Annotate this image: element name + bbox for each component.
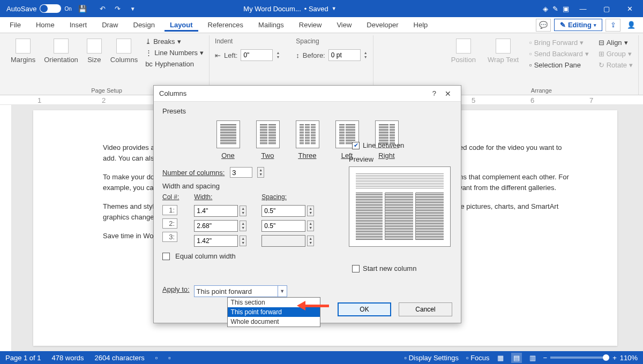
preset-three[interactable]: Three bbox=[296, 120, 319, 160]
columns-button[interactable]: Columns bbox=[109, 37, 139, 65]
col-header: Col #: bbox=[162, 193, 179, 201]
spinner-icon[interactable]: ▲▼ bbox=[240, 221, 246, 231]
margins-button[interactable]: Margins bbox=[10, 37, 36, 65]
tab-layout[interactable]: Layout bbox=[165, 19, 198, 32]
preview-box bbox=[349, 166, 451, 247]
tab-mailings[interactable]: Mailings bbox=[253, 19, 289, 31]
margins-icon bbox=[16, 39, 31, 54]
line-numbers-button[interactable]: ⋮ Line Numbers ▾ bbox=[145, 49, 204, 57]
help-button[interactable]: ? bbox=[428, 87, 440, 100]
redo-icon[interactable]: ↷ bbox=[110, 1, 125, 16]
preset-one[interactable]: One bbox=[216, 120, 240, 160]
size-button[interactable]: Size bbox=[86, 37, 103, 65]
diamond-icon[interactable]: ◈ bbox=[543, 5, 548, 13]
status-icon[interactable]: ▫ bbox=[155, 354, 158, 362]
save-icon[interactable]: 💾 bbox=[75, 1, 90, 16]
spinner-icon[interactable]: ▲▼ bbox=[307, 236, 314, 246]
apply-option-this-section[interactable]: This section bbox=[228, 298, 320, 307]
hyphenation-button[interactable]: bc Hyphenation bbox=[145, 60, 204, 68]
numcols-input[interactable] bbox=[230, 167, 252, 178]
width-3-input[interactable] bbox=[194, 235, 238, 247]
preset-left[interactable]: Left bbox=[335, 120, 359, 160]
spinner-icon[interactable]: ▲▼ bbox=[276, 51, 280, 59]
pen-icon[interactable]: ✎ bbox=[552, 5, 558, 13]
line-numbers-label: Line Numbers bbox=[154, 49, 198, 57]
minimize-button[interactable]: — bbox=[573, 0, 593, 17]
apply-option-this-point-forward[interactable]: This point forward bbox=[228, 307, 320, 317]
indent-left-input[interactable] bbox=[241, 49, 273, 61]
spinner-icon[interactable]: ▲▼ bbox=[364, 51, 368, 59]
arrange-stack2: ⊟ Align ▾ ⊞ Group ▾ ↻ Rotate ▾ bbox=[599, 37, 633, 70]
preset-two[interactable]: Two bbox=[256, 120, 280, 160]
tab-file[interactable]: File bbox=[4, 19, 26, 31]
undo-icon[interactable]: ↶ bbox=[95, 1, 110, 16]
zoom-value[interactable]: 110% bbox=[620, 354, 638, 362]
group-arrange: Position Wrap Text ▫ Bring Forward ▾ ▫ S… bbox=[445, 35, 639, 95]
tab-design[interactable]: Design bbox=[128, 19, 160, 31]
spacing-header: Spacing: bbox=[261, 193, 314, 201]
maximize-button[interactable]: ▢ bbox=[597, 0, 616, 17]
editing-mode-button[interactable]: ✎ Editing ▾ bbox=[554, 19, 602, 31]
apply-to-value: This point forward bbox=[197, 287, 252, 295]
spacing-2-input[interactable] bbox=[261, 220, 305, 232]
selection-pane-button[interactable]: ▫ Selection Pane bbox=[529, 60, 589, 70]
cancel-button[interactable]: Cancel bbox=[399, 302, 452, 316]
spinner-icon[interactable]: ▲▼ bbox=[307, 221, 314, 231]
char-count[interactable]: 2604 characters bbox=[94, 354, 144, 362]
account-icon[interactable]: 👤 bbox=[624, 21, 639, 29]
comments-button[interactable]: 💬 bbox=[536, 19, 551, 32]
zoom-out-icon[interactable]: − bbox=[543, 354, 548, 362]
spinner-icon[interactable]: ▲▼ bbox=[257, 167, 264, 178]
tab-insert[interactable]: Insert bbox=[64, 19, 93, 31]
vertical-ruler[interactable] bbox=[0, 105, 12, 351]
tab-view[interactable]: View bbox=[331, 19, 357, 31]
line-between-checkbox[interactable] bbox=[352, 142, 360, 149]
wrap-text-button: Wrap Text bbox=[487, 37, 520, 65]
align-button[interactable]: ⊟ Align ▾ bbox=[599, 37, 633, 48]
tab-developer[interactable]: Developer bbox=[361, 19, 403, 31]
apply-to-select[interactable]: This point forward ▼ bbox=[194, 285, 287, 297]
tab-references[interactable]: References bbox=[203, 19, 249, 31]
zoom-in-icon[interactable]: + bbox=[612, 354, 617, 362]
orientation-button[interactable]: Orientation bbox=[43, 37, 79, 65]
page-indicator[interactable]: Page 1 of 1 bbox=[5, 354, 41, 362]
autosave-toggle[interactable]: AutoSave On bbox=[3, 4, 75, 13]
spacing-before-label: Before: bbox=[303, 51, 325, 59]
ribbon-tabs: File Home Insert Draw Design Layout Refe… bbox=[0, 17, 643, 33]
spacing-3-input[interactable] bbox=[261, 235, 305, 247]
read-mode-icon[interactable]: ▦ bbox=[497, 354, 504, 362]
col-idx: 1: bbox=[162, 205, 177, 215]
ruler-mark: 5 bbox=[472, 96, 475, 104]
print-layout-icon[interactable]: ▤ bbox=[511, 353, 522, 363]
tab-help[interactable]: Help bbox=[408, 19, 433, 31]
ok-button[interactable]: OK bbox=[338, 302, 391, 316]
tab-draw[interactable]: Draw bbox=[96, 19, 123, 31]
width-2-input[interactable] bbox=[194, 220, 238, 232]
apply-option-whole-document[interactable]: Whole document bbox=[228, 317, 320, 327]
zoom-control[interactable]: − + 110% bbox=[543, 354, 638, 362]
width-1-input[interactable] bbox=[194, 205, 238, 217]
window-icon[interactable]: ▣ bbox=[563, 5, 569, 13]
display-settings-button[interactable]: ▫ Display Settings bbox=[404, 354, 458, 362]
start-new-column-checkbox[interactable] bbox=[352, 265, 360, 272]
breaks-button[interactable]: ⤓ Breaks ▾ bbox=[145, 37, 204, 46]
equal-width-checkbox[interactable] bbox=[162, 253, 170, 260]
web-layout-icon[interactable]: ▥ bbox=[529, 354, 536, 362]
preset-right[interactable]: Right bbox=[375, 120, 399, 160]
spacing-before-input[interactable] bbox=[328, 49, 361, 61]
spinner-icon[interactable]: ▲▼ bbox=[240, 206, 246, 216]
chevron-down-icon[interactable]: ▼ bbox=[332, 6, 337, 11]
tab-review[interactable]: Review bbox=[294, 19, 327, 31]
spinner-icon[interactable]: ▲▼ bbox=[240, 236, 246, 246]
word-count[interactable]: 478 words bbox=[52, 354, 84, 362]
spinner-icon[interactable]: ▲▼ bbox=[307, 206, 314, 216]
close-button[interactable]: ✕ bbox=[620, 0, 640, 17]
qat-chevron-icon[interactable]: ▼ bbox=[125, 1, 140, 16]
tab-home[interactable]: Home bbox=[31, 19, 60, 31]
zoom-slider[interactable] bbox=[550, 357, 609, 359]
dialog-close-button[interactable]: ✕ bbox=[440, 87, 455, 100]
share-button[interactable]: ⇪ bbox=[605, 19, 620, 32]
focus-button[interactable]: ▫ Focus bbox=[466, 354, 490, 362]
status-icon[interactable]: ▫ bbox=[168, 354, 171, 362]
spacing-1-input[interactable] bbox=[261, 205, 305, 217]
